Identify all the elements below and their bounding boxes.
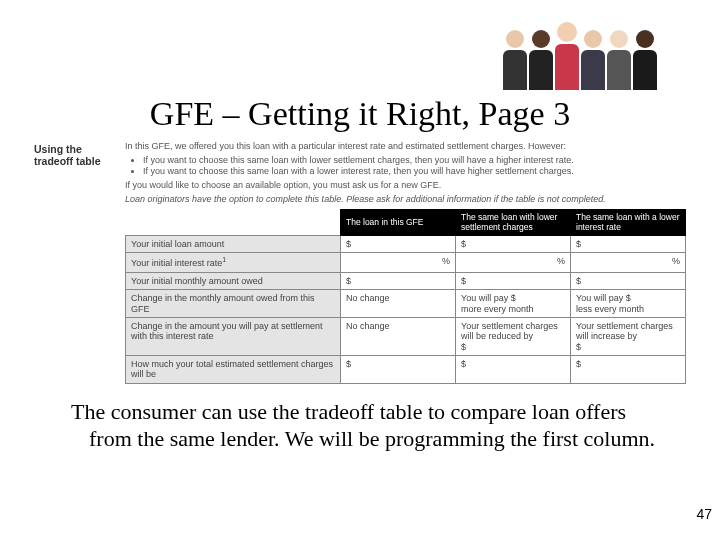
intro-italic: Loan originators have the option to comp… (125, 194, 686, 206)
row-label: Your initial interest rate1 (126, 253, 341, 272)
tradeoff-table: The loan in this GFE The same loan with … (125, 209, 686, 383)
row-label: How much your total estimated settlement… (126, 355, 341, 383)
table-cell: % (341, 253, 456, 272)
table-header: The same loan with lower settlement char… (456, 210, 571, 236)
table-cell: $ (341, 236, 456, 253)
table-cell: $ (571, 272, 686, 289)
row-label: Your initial loan amount (126, 236, 341, 253)
intro-after: If you would like to choose an available… (125, 180, 686, 192)
table-header: The same loan with a lower interest rate (571, 210, 686, 236)
people-illustration (500, 10, 660, 90)
table-cell: Your settlement charges will be reduced … (456, 317, 571, 355)
table-cell: $ (571, 236, 686, 253)
row-label: Change in the monthly amount owed from t… (126, 290, 341, 318)
table-cell: $ (456, 236, 571, 253)
slide-caption: The consumer can use the tradeoff table … (55, 398, 665, 453)
row-label: Your initial monthly amount owed (126, 272, 341, 289)
table-cell: % (456, 253, 571, 272)
table-row: Your initial monthly amount owed$$$ (126, 272, 686, 289)
table-cell: $ (571, 355, 686, 383)
intro-bullet: If you want to choose this same loan wit… (143, 166, 686, 178)
table-cell: No change (341, 290, 456, 318)
table-cell: % (571, 253, 686, 272)
table-cell: Your settlement charges will increase by… (571, 317, 686, 355)
table-row: Change in the monthly amount owed from t… (126, 290, 686, 318)
intro-lead: In this GFE, we offered you this loan wi… (125, 141, 686, 153)
table-cell: $ (341, 272, 456, 289)
table-row: Your initial interest rate1%%% (126, 253, 686, 272)
table-cell: You will pay $more every month (456, 290, 571, 318)
row-label: Change in the amount you will pay at set… (126, 317, 341, 355)
table-cell: $ (456, 272, 571, 289)
table-cell: $ (341, 355, 456, 383)
table-row: How much your total estimated settlement… (126, 355, 686, 383)
table-header: The loan in this GFE (341, 210, 456, 236)
table-header (126, 210, 341, 236)
intro-bullet: If you want to choose this same loan wit… (143, 155, 686, 167)
intro-text: In this GFE, we offered you this loan wi… (125, 141, 686, 205)
section-label: Using the tradeoff table (34, 141, 115, 384)
table-cell: $ (456, 355, 571, 383)
tradeoff-section: Using the tradeoff table In this GFE, we… (34, 141, 686, 384)
page-number: 47 (696, 506, 712, 522)
table-row: Your initial loan amount$$$ (126, 236, 686, 253)
table-row: Change in the amount you will pay at set… (126, 317, 686, 355)
table-cell: You will pay $less every month (571, 290, 686, 318)
table-cell: No change (341, 317, 456, 355)
slide-title: GFE – Getting it Right, Page 3 (0, 95, 720, 133)
